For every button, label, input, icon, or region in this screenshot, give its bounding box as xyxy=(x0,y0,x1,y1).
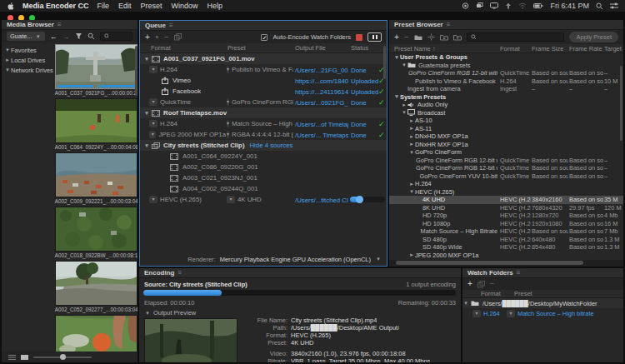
output-preset-cell[interactable]: ▾GoPro CineForm RGB 12... xyxy=(227,97,293,107)
wifi-icon[interactable] xyxy=(518,2,527,9)
back-button[interactable]: ← xyxy=(50,32,58,41)
output-format-dropdown[interactable]: ▾ xyxy=(507,310,515,317)
queue-row[interactable]: ▾A001_C037_0921FG_001.mov xyxy=(140,53,387,64)
output-file-path[interactable]: /Users/...0921FG_001.mov xyxy=(295,99,348,107)
menubar-item-edit[interactable]: Edit xyxy=(118,2,132,10)
share-url[interactable]: https://...com/184066142 xyxy=(295,77,348,85)
tree-caret-icon[interactable]: ▸ xyxy=(408,133,415,140)
export-preset-icon[interactable] xyxy=(453,34,462,41)
preset-row[interactable]: ▾Guatemala presets xyxy=(389,62,623,70)
preset-row[interactable]: GoPro CineForm RGB 12-bit with alpha...Q… xyxy=(389,164,623,172)
media-search-field[interactable] xyxy=(100,32,132,41)
tree-caret-icon[interactable]: ▾ xyxy=(401,109,408,116)
display-icon[interactable] xyxy=(490,2,498,9)
output-format-cell[interactable]: ▾H.264 xyxy=(149,118,226,129)
column-format[interactable]: Format xyxy=(500,45,520,52)
tree-caret-icon[interactable]: ▾ xyxy=(143,142,150,149)
queue-row[interactable]: Vimeohttps://...com/184066142Uploaded✓ xyxy=(140,75,387,86)
output-format-dropdown[interactable]: ▾ xyxy=(227,131,229,138)
queue-row[interactable]: ▾HEVC (H.265)▾4K UHD/Users/...titched Cl… xyxy=(140,194,387,205)
queue-row[interactable]: A001_C064_09224Y_001 xyxy=(140,151,387,162)
upload-arrow-icon[interactable] xyxy=(505,2,512,9)
tree-caret-icon[interactable]: ▾ xyxy=(4,47,11,53)
clip-scrub-bar[interactable] xyxy=(58,85,135,87)
tree-caret-icon[interactable]: ▾ xyxy=(143,56,150,62)
preset-browser-title[interactable]: Preset Browser xyxy=(394,21,443,28)
preset-row[interactable]: Publish to Vimeo & FacebookH.264Based on… xyxy=(389,77,623,86)
output-file-path[interactable]: /Users/... Timelapse_1.mxf xyxy=(295,132,348,139)
column-preset-name[interactable]: Preset Name ↑ xyxy=(394,45,436,52)
output-file-path[interactable]: /Users/...of Timelapse.mp4 xyxy=(295,121,348,128)
zoom-search-icon[interactable] xyxy=(88,32,95,40)
preset-row[interactable]: ▸DNxHD MXF OP1a xyxy=(389,132,623,141)
queue-title[interactable]: Queue xyxy=(145,22,166,29)
share-url[interactable]: https://...24119614602283 xyxy=(295,88,348,96)
column-preset[interactable]: Preset xyxy=(514,290,532,297)
queue-row[interactable]: A004_C002_09244Q_001 xyxy=(140,183,387,194)
preset-row[interactable]: HD 1080pHEVC (H.265)1920x1080Based on so… xyxy=(389,220,623,228)
layers-icon[interactable] xyxy=(476,2,483,9)
preset-row[interactable]: ▸JPEG 2000 MXF OP1a xyxy=(389,252,623,260)
panel-menu-icon[interactable]: ≡ xyxy=(517,269,521,277)
preset-row[interactable]: SD 480pHEVC (H.265)640x480Based on sourc… xyxy=(389,236,623,244)
queue-row[interactable]: ▾JPEG 2000 MXF OP1a▾RGBA 4:4:4:4 12-bit … xyxy=(140,129,387,140)
tree-caret-icon[interactable]: ▾ xyxy=(393,93,400,100)
import-preset-icon[interactable] xyxy=(440,34,448,41)
preset-row[interactable]: ▸DNxHR MXF OP1a xyxy=(389,141,623,149)
media-clip-thumbnail[interactable]: A001_C037_0921FG_...00:00:00:20 xyxy=(55,44,138,97)
thumbnail-size-slider[interactable] xyxy=(33,357,92,358)
menubar-item-preset[interactable]: Preset xyxy=(141,2,162,10)
hscrollbar-thumb[interactable] xyxy=(396,261,583,265)
preset-settings-icon[interactable] xyxy=(428,33,435,41)
output-preset-cell[interactable]: ▾RGBA 4:4:4:4 12-bit (BC... xyxy=(227,129,293,140)
location-dropdown[interactable]: Guate...▾ xyxy=(7,32,45,41)
menubar-clock[interactable]: Fri 6:41 PM xyxy=(550,2,589,10)
preset-row[interactable]: GoPro CineForm RGB 12-bit with alphaQuic… xyxy=(389,157,623,165)
output-format-dropdown[interactable]: ▾ xyxy=(472,310,481,317)
preset-row[interactable]: Match Source – High BitrateHEVC (H.265)B… xyxy=(389,227,623,236)
sidebar-item-network-drives[interactable]: ▾Network Drives xyxy=(2,65,53,75)
output-preset-cell[interactable]: ▾Publish to Vimeo & Face... xyxy=(227,64,293,75)
media-clip-thumbnail[interactable]: A001_C064_09224Y_...00:00:04:08 xyxy=(55,98,138,151)
preset-row[interactable]: ▾GoPro CineForm xyxy=(389,148,623,157)
duplicate-icon[interactable] xyxy=(478,281,485,288)
tree-caret-icon[interactable]: ▾ xyxy=(408,149,415,156)
output-format-dropdown[interactable]: ▾ xyxy=(227,66,229,73)
preset-row[interactable]: ▾Broadcast xyxy=(389,109,623,117)
output-format-dropdown[interactable]: ▾ xyxy=(227,120,229,127)
add-source-button[interactable]: + xyxy=(145,33,150,42)
panel-menu-icon[interactable]: ≡ xyxy=(178,269,182,277)
tree-caret-icon[interactable]: ▾ xyxy=(393,54,400,61)
screen-record-icon[interactable] xyxy=(462,2,469,9)
tree-caret-icon[interactable]: ▸ xyxy=(408,181,415,187)
preset-row[interactable]: ▾HEVC (H.265) xyxy=(389,188,623,197)
output-format-cell[interactable]: ▾JPEG 2000 MXF OP1a xyxy=(149,129,226,140)
preset-row[interactable]: ▸AS-10 xyxy=(389,117,623,125)
remove-button[interactable]: − xyxy=(164,33,169,42)
output-format-dropdown[interactable]: ▾ xyxy=(227,98,229,106)
watch-folder-row[interactable]: ▾/Users/██████/Desktop/MyWatchFolder xyxy=(462,298,623,308)
tree-caret-icon[interactable]: ▸ xyxy=(408,117,415,124)
sidebar-item-local-drives[interactable]: ▸Local Drives xyxy=(2,55,53,65)
column-frame-size[interactable]: Frame Size xyxy=(532,45,563,52)
output-preset-cell[interactable]: ▾Match Source – High bitr... xyxy=(227,118,293,129)
tree-caret-icon[interactable]: ▾ xyxy=(143,110,150,117)
preset-row[interactable]: ▸H.264 xyxy=(389,180,623,188)
output-format-dropdown[interactable]: ▾ xyxy=(149,131,156,138)
output-format-cell[interactable]: ▾QuickTime xyxy=(149,97,226,107)
preset-row[interactable]: 8K UHDHEVC (H.265)7680x432029.97 fps120 … xyxy=(389,204,623,212)
preset-row[interactable]: SD 480p WideHEVC (H.265)854x480Based on … xyxy=(389,243,623,252)
output-format-dropdown[interactable]: ▾ xyxy=(149,196,158,203)
forward-button[interactable]: → xyxy=(62,32,70,41)
preset-row[interactable]: ▸Audio Only xyxy=(389,101,623,109)
queue-row[interactable]: A003_C021_0923NJ_001 xyxy=(140,172,387,183)
preset-search-field[interactable] xyxy=(467,32,565,42)
tree-caret-icon[interactable]: ▾ xyxy=(462,300,469,307)
queue-row[interactable]: A002_C086_09220G_001 xyxy=(140,162,387,172)
preset-row[interactable]: ▸AS-11 xyxy=(389,125,623,133)
renderer-dropdown[interactable]: Mercury Playback Engine GPU Acceleration… xyxy=(220,256,371,263)
queue-row[interactable]: ▾City streets (Stitched Clip)Hide 4 sour… xyxy=(140,140,387,151)
media-clip-thumbnail[interactable]: A002_C018_0922BW_...00:00:08:13 xyxy=(55,207,138,259)
auto-encode-checkbox[interactable]: ✓ xyxy=(261,34,268,41)
hide-sources-link[interactable]: Hide 4 sources xyxy=(249,142,292,149)
